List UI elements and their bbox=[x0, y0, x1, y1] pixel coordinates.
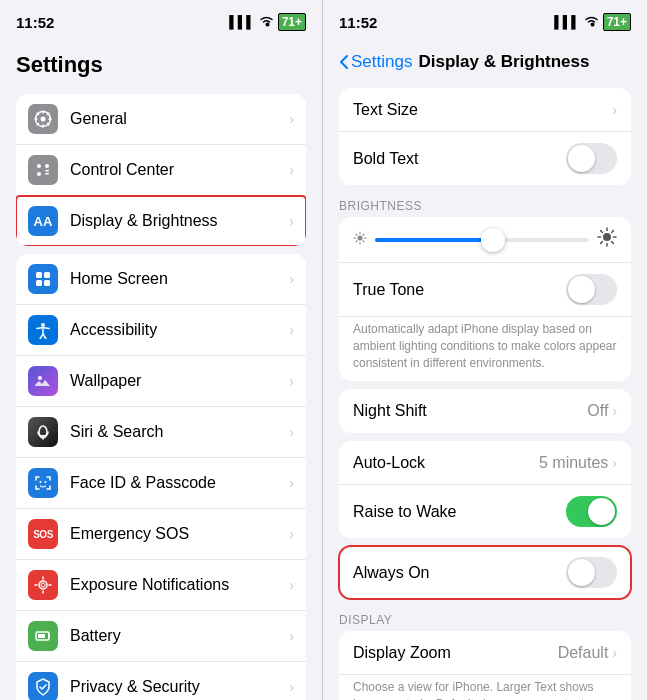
settings-item-privacy[interactable]: Privacy & Security › bbox=[16, 662, 306, 700]
left-header: Settings bbox=[0, 44, 322, 86]
raise-wake-toggle[interactable] bbox=[566, 496, 617, 527]
slider-row bbox=[353, 227, 617, 252]
settings-item-exposure[interactable]: Exposure Notifications › bbox=[16, 560, 306, 611]
svg-point-2 bbox=[37, 164, 41, 168]
right-section-display: Display Zoom Default › Choose a view for… bbox=[339, 631, 631, 700]
back-label: Settings bbox=[351, 52, 412, 72]
always-on-section: Always On bbox=[339, 546, 631, 599]
settings-item-display[interactable]: AA Display & Brightness › bbox=[16, 196, 306, 246]
text-size-label: Text Size bbox=[353, 101, 612, 119]
right-section-top: Text Size › Bold Text bbox=[339, 88, 631, 185]
privacy-chevron: › bbox=[289, 679, 294, 695]
display-zoom-desc: Choose a view for iPhone. Larger Text sh… bbox=[339, 675, 631, 700]
right-row-true-tone[interactable]: True Tone bbox=[339, 263, 631, 317]
right-row-bold-text[interactable]: Bold Text bbox=[339, 132, 631, 185]
exposure-chevron: › bbox=[289, 577, 294, 593]
display-label: Display & Brightness bbox=[70, 212, 289, 230]
settings-item-battery[interactable]: Battery › bbox=[16, 611, 306, 662]
accessibility-label: Accessibility bbox=[70, 321, 289, 339]
right-row-raise-wake[interactable]: Raise to Wake bbox=[339, 485, 631, 538]
exposure-label: Exposure Notifications bbox=[70, 576, 289, 594]
settings-item-siri[interactable]: Siri & Search › bbox=[16, 407, 306, 458]
right-section-lock: Auto-Lock 5 minutes › Raise to Wake bbox=[339, 441, 631, 538]
brightness-fill bbox=[375, 238, 493, 242]
siri-icon bbox=[28, 417, 58, 447]
svg-point-1 bbox=[41, 117, 46, 122]
brightness-track[interactable] bbox=[375, 238, 589, 242]
faceid-chevron: › bbox=[289, 475, 294, 491]
svg-point-11 bbox=[41, 323, 45, 327]
auto-lock-chevron: › bbox=[612, 455, 617, 471]
brightness-section-label: BRIGHTNESS bbox=[323, 193, 647, 217]
home-chevron: › bbox=[289, 271, 294, 287]
raise-wake-toggle-thumb bbox=[588, 498, 615, 525]
always-on-label: Always On bbox=[353, 564, 566, 582]
true-tone-label: True Tone bbox=[353, 281, 566, 299]
display-zoom-desc-text: Choose a view for iPhone. Larger Text sh… bbox=[339, 675, 631, 700]
right-row-display-zoom[interactable]: Display Zoom Default › bbox=[339, 631, 631, 675]
general-icon bbox=[28, 104, 58, 134]
always-on-toggle[interactable] bbox=[566, 557, 617, 588]
right-section-shift: Night Shift Off › bbox=[339, 389, 631, 433]
right-row-night-shift[interactable]: Night Shift Off › bbox=[339, 389, 631, 433]
wallpaper-label: Wallpaper bbox=[70, 372, 289, 390]
right-signal-icon: ▌▌▌ bbox=[554, 15, 580, 29]
left-panel: 11:52 ▌▌▌ 71+ Settings General › bbox=[0, 0, 323, 700]
left-settings-list: General › Control Center › AA Display & … bbox=[0, 86, 322, 700]
svg-point-12 bbox=[38, 376, 42, 380]
accessibility-icon bbox=[28, 315, 58, 345]
right-wifi-icon bbox=[584, 15, 599, 30]
settings-item-sos[interactable]: SOS Emergency SOS › bbox=[16, 509, 306, 560]
night-shift-chevron: › bbox=[612, 403, 617, 419]
svg-point-4 bbox=[37, 172, 41, 176]
night-shift-value: Off bbox=[587, 402, 608, 420]
right-title: Display & Brightness bbox=[418, 52, 589, 72]
right-status-icons: ▌▌▌ 71+ bbox=[554, 13, 631, 31]
wallpaper-icon bbox=[28, 366, 58, 396]
settings-item-general[interactable]: General › bbox=[16, 94, 306, 145]
sos-chevron: › bbox=[289, 526, 294, 542]
svg-rect-9 bbox=[36, 280, 42, 286]
always-on-row[interactable]: Always On bbox=[339, 546, 631, 599]
display-icon: AA bbox=[28, 206, 58, 236]
svg-rect-5 bbox=[45, 170, 49, 172]
svg-point-26 bbox=[603, 233, 611, 241]
home-icon bbox=[28, 264, 58, 294]
exposure-icon bbox=[28, 570, 58, 600]
svg-rect-6 bbox=[45, 173, 49, 175]
siri-label: Siri & Search bbox=[70, 423, 289, 441]
settings-item-accessibility[interactable]: Accessibility › bbox=[16, 305, 306, 356]
control-chevron: › bbox=[289, 162, 294, 178]
battery-label: Battery bbox=[70, 627, 289, 645]
bold-text-toggle[interactable] bbox=[566, 143, 617, 174]
auto-lock-label: Auto-Lock bbox=[353, 454, 539, 472]
svg-rect-20 bbox=[38, 634, 45, 638]
display-zoom-label: Display Zoom bbox=[353, 644, 558, 662]
right-row-text-size[interactable]: Text Size › bbox=[339, 88, 631, 132]
right-section-brightness: True Tone Automatically adapt iPhone dis… bbox=[339, 217, 631, 381]
right-row-auto-lock[interactable]: Auto-Lock 5 minutes › bbox=[339, 441, 631, 485]
back-button[interactable]: Settings bbox=[339, 52, 412, 72]
sos-label: Emergency SOS bbox=[70, 525, 289, 543]
true-tone-toggle[interactable] bbox=[566, 274, 617, 305]
faceid-icon bbox=[28, 468, 58, 498]
left-status-bar: 11:52 ▌▌▌ 71+ bbox=[0, 0, 322, 44]
display-section-label: DISPLAY bbox=[323, 607, 647, 631]
right-settings-list: Text Size › Bold Text BRIGHTNESS bbox=[323, 80, 647, 700]
bold-text-toggle-thumb bbox=[568, 145, 595, 172]
bold-text-label: Bold Text bbox=[353, 150, 566, 168]
brightness-slider-area[interactable] bbox=[339, 217, 631, 263]
left-time: 11:52 bbox=[16, 14, 54, 31]
battery-chevron: › bbox=[289, 628, 294, 644]
settings-item-control[interactable]: Control Center › bbox=[16, 145, 306, 196]
section-1: General › Control Center › AA Display & … bbox=[16, 94, 306, 246]
night-shift-label: Night Shift bbox=[353, 402, 587, 420]
right-time: 11:52 bbox=[339, 14, 377, 31]
settings-item-home[interactable]: Home Screen › bbox=[16, 254, 306, 305]
settings-item-wallpaper[interactable]: Wallpaper › bbox=[16, 356, 306, 407]
privacy-label: Privacy & Security bbox=[70, 678, 289, 696]
settings-item-faceid[interactable]: Face ID & Passcode › bbox=[16, 458, 306, 509]
true-tone-desc-text: Automatically adapt iPhone display based… bbox=[339, 317, 631, 381]
true-tone-desc: Automatically adapt iPhone display based… bbox=[339, 317, 631, 381]
svg-point-15 bbox=[40, 481, 42, 483]
